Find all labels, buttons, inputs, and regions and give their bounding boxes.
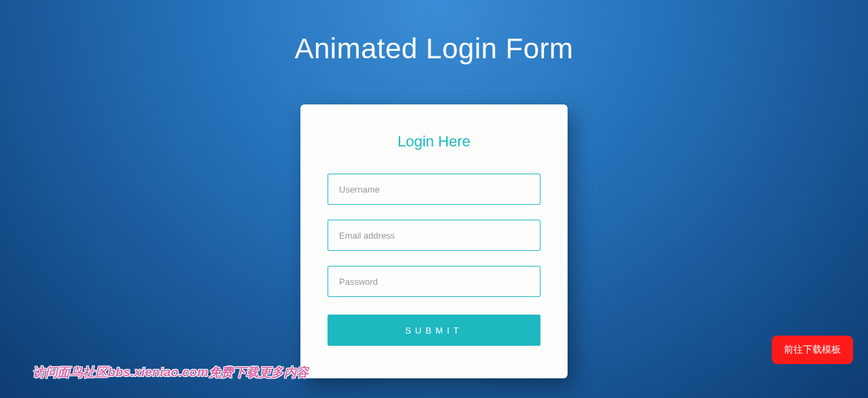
download-template-button[interactable]: 前往下载模板: [772, 336, 853, 364]
card-title: Login Here: [328, 133, 540, 151]
password-input[interactable]: [328, 266, 540, 297]
page-title: Animated Login Form: [294, 33, 573, 65]
submit-button[interactable]: SUBMIT: [328, 315, 540, 346]
email-input[interactable]: [328, 220, 540, 251]
watermark-text: 访问面鸟社区bbs.xieniao.com免费下载更多内容: [33, 364, 309, 380]
login-card: Login Here SUBMIT: [300, 104, 568, 378]
username-input[interactable]: [328, 174, 540, 205]
